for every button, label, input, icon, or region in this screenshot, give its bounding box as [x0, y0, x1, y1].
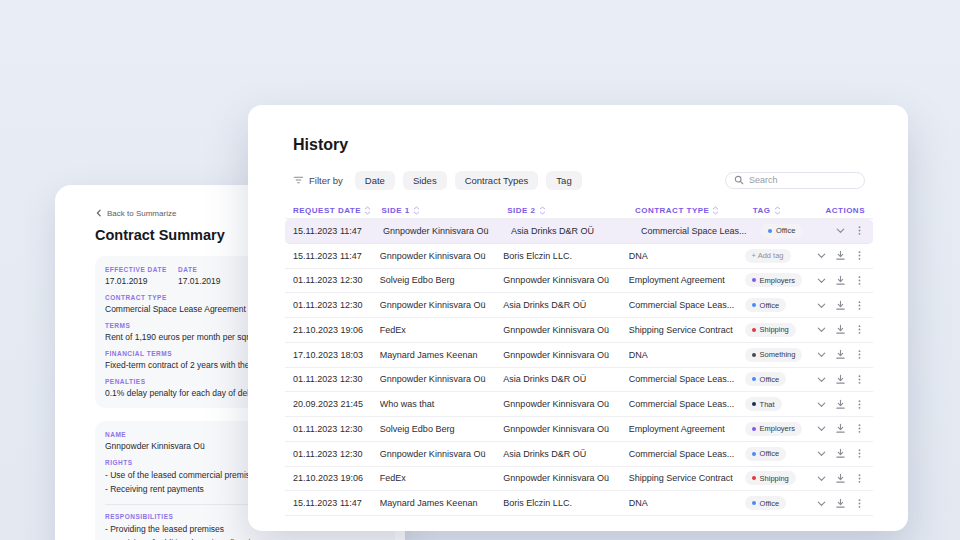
- filter-chip-sides[interactable]: Sides: [403, 171, 447, 190]
- side1-cell: Gnnpowder Kinnisvara Oü: [383, 226, 511, 236]
- table-row[interactable]: 15.11.2023 11:47Gnnpowder Kinnisvara OüB…: [285, 244, 873, 269]
- column-header-tag[interactable]: TAG: [753, 206, 826, 215]
- chevron-down-icon[interactable]: [835, 225, 846, 236]
- contract-type-cell: Commercial Space Leas...: [641, 226, 761, 236]
- column-header-side-2[interactable]: SIDE 2: [507, 206, 635, 215]
- table-row[interactable]: 15.11.2023 11:47Gnnpowder Kinnisvara OüA…: [285, 219, 873, 244]
- download-icon[interactable]: [835, 423, 846, 434]
- column-header-contract-type[interactable]: CONTRACT TYPE: [635, 206, 753, 215]
- tag-pill[interactable]: Office: [745, 496, 786, 510]
- column-header-side-1[interactable]: SIDE 1: [381, 206, 507, 215]
- tag-pill[interactable]: Shipping: [745, 323, 796, 337]
- download-icon[interactable]: [835, 275, 846, 286]
- filter-toolbar: Filter by DateSidesContract TypesTag: [293, 171, 865, 189]
- column-header-request-date[interactable]: REQUEST DATE: [293, 206, 381, 215]
- kebab-icon[interactable]: [854, 423, 865, 434]
- kebab-icon[interactable]: [854, 473, 865, 484]
- kebab-icon[interactable]: [854, 300, 865, 311]
- filter-by-button[interactable]: Filter by: [293, 175, 343, 186]
- tag-pill[interactable]: Something: [745, 348, 803, 362]
- tag-pill[interactable]: Office: [745, 447, 786, 461]
- chevron-down-icon[interactable]: [816, 448, 827, 459]
- tag-dot: [768, 229, 772, 233]
- table-row[interactable]: 21.10.2023 19:06FedExGnnpowder Kinnisvar…: [285, 318, 873, 343]
- side1-cell: Maynard James Keenan: [380, 498, 504, 508]
- side2-cell: Asia Drinks D&R OÜ: [503, 300, 628, 310]
- download-icon[interactable]: [835, 473, 846, 484]
- filter-chip-tag[interactable]: Tag: [546, 171, 581, 190]
- download-icon[interactable]: [835, 324, 846, 335]
- sort-icon[interactable]: [712, 206, 719, 215]
- tag-pill[interactable]: Shipping: [745, 471, 796, 485]
- download-icon[interactable]: [835, 448, 846, 459]
- tag-label: Employers: [760, 276, 795, 285]
- actions-cell: [816, 300, 865, 311]
- tag-dot: [752, 353, 756, 357]
- add-tag-button[interactable]: + Add tag: [745, 249, 791, 263]
- sort-icon[interactable]: [774, 206, 781, 215]
- sort-icon[interactable]: [539, 206, 546, 215]
- download-icon[interactable]: [835, 250, 846, 261]
- history-page-title: History: [293, 136, 865, 154]
- download-icon[interactable]: [835, 498, 846, 509]
- actions-cell: [835, 225, 865, 236]
- back-to-summarize-link[interactable]: Back to Summarize: [95, 209, 176, 218]
- kebab-icon[interactable]: [854, 324, 865, 335]
- table-row[interactable]: 01.11.2023 12:30Gnnpowder Kinnisvara OüA…: [285, 368, 873, 393]
- tag-pill[interactable]: Employers: [745, 273, 802, 287]
- request-date-cell: 15.11.2023 11:47: [293, 251, 380, 261]
- kebab-icon[interactable]: [854, 349, 865, 360]
- kebab-icon[interactable]: [854, 498, 865, 509]
- tag-label: Office: [760, 301, 779, 310]
- download-icon[interactable]: [835, 349, 846, 360]
- chevron-down-icon[interactable]: [816, 399, 827, 410]
- table-row[interactable]: 15.11.2023 11:47Maynard James KeenanBori…: [285, 491, 873, 516]
- kebab-icon[interactable]: [854, 399, 865, 410]
- table-row[interactable]: 17.10.2023 18:03Maynard James KeenanGnnp…: [285, 343, 873, 368]
- search-box[interactable]: [725, 172, 865, 189]
- contract-type-cell: Employment Agreement: [629, 275, 745, 285]
- tag-cell: That: [745, 397, 816, 411]
- column-header-label: TAG: [753, 206, 771, 215]
- download-icon[interactable]: [835, 399, 846, 410]
- download-icon[interactable]: [835, 300, 846, 311]
- side2-cell: Asia Drinks D&R OÜ: [503, 449, 628, 459]
- search-input[interactable]: [749, 175, 856, 185]
- tag-pill[interactable]: Office: [745, 298, 786, 312]
- table-row[interactable]: 01.11.2023 12:30Solveig Edbo BergGnnpowd…: [285, 269, 873, 294]
- kebab-icon[interactable]: [854, 275, 865, 286]
- field-value: 17.01.2019: [178, 276, 221, 286]
- kebab-icon[interactable]: [854, 374, 865, 385]
- table-row[interactable]: 21.10.2023 19:06FedExGnnpowder Kinnisvar…: [285, 467, 873, 492]
- tag-pill[interactable]: Office: [761, 224, 802, 238]
- filter-chip-date[interactable]: Date: [355, 171, 395, 190]
- kebab-icon[interactable]: [854, 448, 865, 459]
- table-row[interactable]: 01.11.2023 12:30Gnnpowder Kinnisvara OüA…: [285, 442, 873, 467]
- chevron-down-icon[interactable]: [816, 275, 827, 286]
- summary-field: DATE17.01.2019: [178, 266, 221, 286]
- actions-cell: [816, 374, 865, 385]
- column-header-actions: ACTIONS: [825, 206, 865, 215]
- side2-cell: Boris Elczin LLC.: [503, 251, 628, 261]
- chevron-down-icon[interactable]: [816, 423, 827, 434]
- sort-icon[interactable]: [413, 206, 420, 215]
- tag-pill[interactable]: That: [745, 397, 782, 411]
- chevron-down-icon[interactable]: [816, 300, 827, 311]
- side1-cell: Gnnpowder Kinnisvara Oü: [380, 300, 504, 310]
- chevron-down-icon[interactable]: [816, 498, 827, 509]
- table-row[interactable]: 01.11.2023 12:30Gnnpowder Kinnisvara OüA…: [285, 293, 873, 318]
- chevron-down-icon[interactable]: [816, 250, 827, 261]
- kebab-icon[interactable]: [854, 225, 865, 236]
- chevron-down-icon[interactable]: [816, 324, 827, 335]
- filter-chip-contract-types[interactable]: Contract Types: [455, 171, 539, 190]
- table-row[interactable]: 01.11.2023 12:30Solveig Edbo BergGnnpowd…: [285, 417, 873, 442]
- chevron-down-icon[interactable]: [816, 374, 827, 385]
- tag-pill[interactable]: Employers: [745, 422, 802, 436]
- sort-icon[interactable]: [364, 206, 371, 215]
- kebab-icon[interactable]: [854, 250, 865, 261]
- table-row[interactable]: 20.09.2023 21:45Who was thatGnnpowder Ki…: [285, 392, 873, 417]
- tag-pill[interactable]: Office: [745, 372, 786, 386]
- download-icon[interactable]: [835, 374, 846, 385]
- chevron-down-icon[interactable]: [816, 349, 827, 360]
- chevron-down-icon[interactable]: [816, 473, 827, 484]
